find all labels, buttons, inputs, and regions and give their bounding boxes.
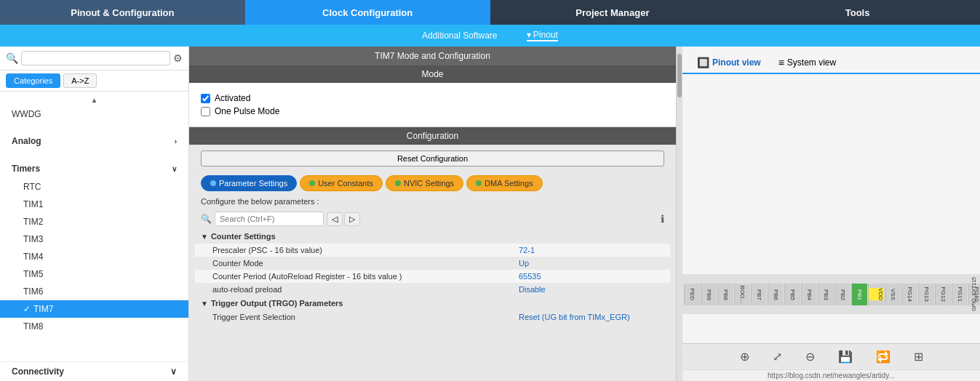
sidebar-item-tim5[interactable]: TIM5 (0, 265, 188, 283)
chevron-right-icon: › (175, 137, 177, 145)
param-search-input[interactable] (215, 212, 324, 226)
system-view-icon: ≡ (778, 57, 784, 68)
pin-pb6: PB6 (768, 284, 784, 305)
pin-pb1: PB1 (851, 284, 867, 305)
param-tabs: Parameter Settings User Constants NVIC S… (189, 172, 676, 194)
search-icon2: 🔍 (201, 214, 212, 224)
pin-pg12: PG12 (935, 284, 951, 305)
sidebar-item-wwdg[interactable]: WWDG (0, 105, 188, 123)
right-panel: 🔲 Pinout view ≡ System view PED PB9 PB8 … (682, 47, 980, 381)
sidebar-item-rtc[interactable]: RTC (0, 178, 188, 196)
param-counter-period: Counter Period (AutoReload Register - 16… (195, 270, 670, 283)
spacer2 (0, 151, 188, 159)
tab-system-view[interactable]: ≡ System view (770, 52, 845, 73)
configure-text: Configure the below parameters : (189, 194, 676, 209)
param-auto-reload: auto-reload preload Disable (195, 283, 670, 296)
pin-pb3: PB3 (818, 284, 834, 305)
pin-pb9: PB9 (701, 284, 717, 305)
tab-az[interactable]: A->Z (63, 73, 97, 88)
sidebar-list: ▲ WWDG Analog › Timers ∨ RTC TIM1 TIM2 (0, 92, 188, 361)
fit-button[interactable]: ⤢ (767, 347, 788, 366)
config-section: Configuration Reset Configuration Parame… (189, 127, 676, 381)
collapse-icon2: ▼ (201, 300, 208, 308)
activated-checkbox[interactable] (201, 94, 210, 103)
sidebar-search-bar: 🔍 ⚙ (0, 47, 188, 71)
pin-pb8: PB8 (717, 284, 733, 305)
refresh-button[interactable]: 🔁 (870, 347, 896, 366)
dot-icon2 (309, 180, 315, 186)
search-icon: 🔍 (6, 52, 18, 64)
pin-pg14: PG14 (901, 284, 917, 305)
pin-strip: PED PB9 PB8 BOO... PB7 PB6 PB5 PB4 PB3 P… (682, 274, 980, 314)
subnav-additional-software[interactable]: Additional Software (422, 31, 497, 41)
nav-tools[interactable]: Tools (735, 0, 980, 25)
pin-pb4: PB4 (801, 284, 817, 305)
grid-button[interactable]: ⊞ (908, 347, 929, 366)
top-nav: Pinout & Configuration Clock Configurati… (0, 0, 980, 25)
sidebar-category-connectivity[interactable]: Connectivity ∨ (0, 361, 188, 381)
spacer (0, 123, 188, 132)
sidebar-category-timers[interactable]: Timers ∨ (0, 159, 188, 178)
dot-icon4 (476, 180, 482, 186)
search-next-button[interactable]: ▷ (344, 212, 360, 226)
search-input[interactable] (21, 51, 170, 65)
vertical-scrollbar[interactable] (676, 47, 682, 381)
pin-pb7: PB7 (751, 284, 767, 305)
group-counter-settings[interactable]: ▼ Counter Settings (195, 229, 670, 244)
chevron-down-icon: ∨ (172, 165, 177, 173)
param-trigger-event: Trigger Event Selection Reset (UG bit fr… (195, 310, 670, 324)
pin-pg13: PG13 (918, 284, 934, 305)
sidebar-tabs: Categories A->Z (0, 71, 188, 92)
sidebar-item-tim6[interactable]: TIM6 (0, 283, 188, 300)
sidebar-item-tim8[interactable]: TIM8 (0, 318, 188, 335)
tab-dma-settings[interactable]: DMA Settings (466, 175, 543, 191)
save-button[interactable]: 💾 (832, 347, 859, 366)
dot-icon3 (395, 180, 401, 186)
group-trigger-output[interactable]: ▼ Trigger Output (TRGO) Parameters (195, 296, 670, 310)
nav-project[interactable]: Project Manager (490, 0, 736, 25)
zoom-in-button[interactable]: ⊕ (734, 347, 755, 366)
tab-nvic-settings[interactable]: NVIC Settings (386, 175, 463, 191)
search-prev-button[interactable]: ◁ (327, 212, 343, 226)
pin-cells: PED PB9 PB8 BOO... PB7 PB6 PB5 PB4 PB3 P… (682, 282, 980, 307)
sidebar-category-analog[interactable]: Analog › (0, 132, 188, 151)
pin-vss: VSS (885, 284, 901, 305)
zoom-out-button[interactable]: ⊖ (800, 347, 821, 366)
center-panel: TIM7 Mode and Configuration Mode Activat… (189, 47, 676, 381)
scroll-up-arrow[interactable]: ▲ (0, 95, 188, 105)
tab-parameter-settings[interactable]: Parameter Settings (201, 175, 297, 191)
right-panel-tabs: 🔲 Pinout view ≡ System view (682, 47, 980, 74)
pinout-view-icon: 🔲 (697, 57, 709, 68)
tab-pinout-view[interactable]: 🔲 Pinout view (688, 52, 770, 74)
pin-pb2: PB2 (834, 284, 850, 305)
one-pulse-row: One Pulse Mode (201, 106, 664, 116)
sidebar-item-tim3[interactable]: TIM3 (0, 230, 188, 248)
main-area: 🔍 ⚙ Categories A->Z ▲ WWDG Analog › (0, 47, 980, 381)
one-pulse-checkbox[interactable] (201, 107, 210, 116)
search-info: ℹ (442, 213, 664, 225)
scrollbar-thumb[interactable] (677, 54, 682, 97)
pin-boo: BOO... (734, 284, 750, 305)
gpio-label: GPIO_EXT115 (968, 274, 979, 314)
nav-clock[interactable]: Clock Configuration (245, 0, 490, 25)
param-prescaler: Prescaler (PSC - 16 bits value) 72-1 (195, 244, 670, 257)
param-search-bar: 🔍 ◁ ▷ ℹ (189, 209, 676, 229)
gear-icon[interactable]: ⚙ (173, 52, 183, 64)
sidebar-item-tim7[interactable]: ✓TIM7 (0, 300, 188, 318)
param-table: ▼ Counter Settings Prescaler (PSC - 16 b… (189, 229, 676, 381)
nav-pinout[interactable]: Pinout & Configuration (0, 0, 245, 25)
search-nav: ◁ ▷ (327, 212, 360, 226)
sidebar-item-tim2[interactable]: TIM2 (0, 213, 188, 230)
chevron-down-icon2: ∨ (170, 366, 177, 377)
sidebar-item-tim4[interactable]: TIM4 (0, 248, 188, 265)
pin-pb5: PB5 (784, 284, 800, 305)
pin-pg11: PG11 (952, 284, 968, 305)
config-header: Configuration (189, 127, 676, 145)
bottom-toolbar: ⊕ ⤢ ⊖ 💾 🔁 ⊞ (682, 343, 980, 369)
activated-row: Activated (201, 93, 664, 103)
sidebar-item-tim1[interactable]: TIM1 (0, 196, 188, 213)
tab-user-constants[interactable]: User Constants (300, 175, 383, 191)
reset-configuration-button[interactable]: Reset Configuration (201, 151, 664, 167)
tab-categories[interactable]: Categories (6, 73, 60, 88)
subnav-pinout[interactable]: ▾ Pinout (527, 30, 558, 41)
